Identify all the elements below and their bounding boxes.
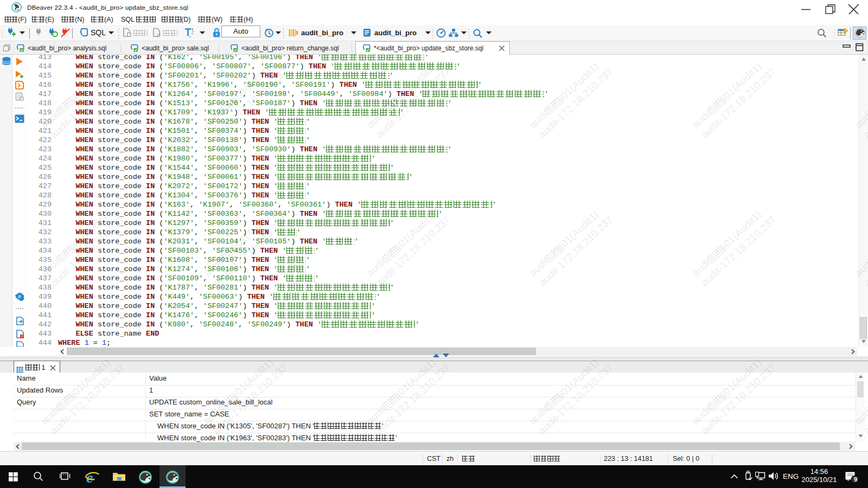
svg-text:e: e xyxy=(86,470,93,484)
svg-text:9: 9 xyxy=(854,476,857,483)
